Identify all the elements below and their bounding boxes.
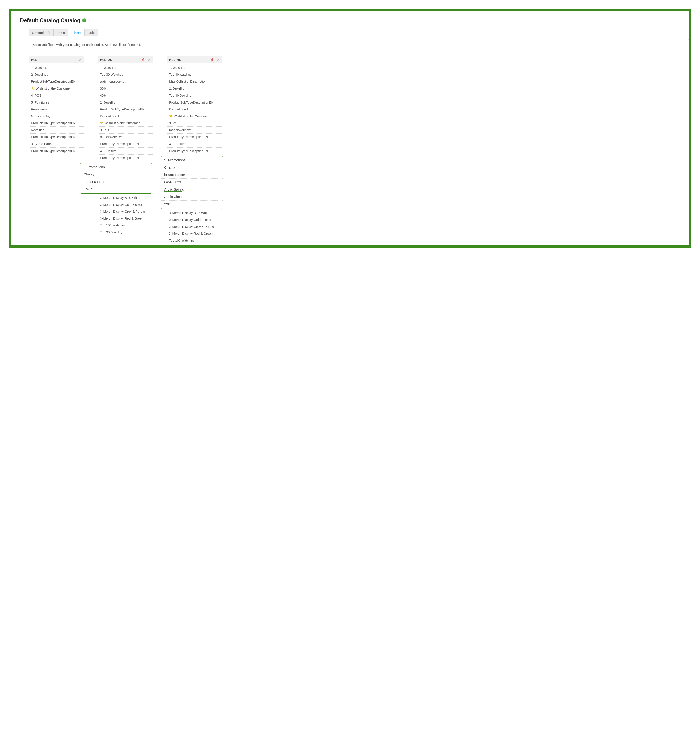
filter-row[interactable]: X-Merch Display Red & Green bbox=[98, 215, 153, 222]
trash-icon[interactable] bbox=[141, 58, 145, 62]
filter-row[interactable]: 2. Jewellry bbox=[98, 99, 153, 106]
filter-row[interactable]: Top 30 Jewellry bbox=[167, 92, 222, 99]
filter-row-label: watch category uk bbox=[100, 79, 126, 84]
filter-row[interactable]: Wishlist of the Customer bbox=[167, 113, 222, 120]
panel-body: X-Merch Display Blue WhiteX-Merch Displa… bbox=[167, 208, 222, 245]
filter-row[interactable]: 40% bbox=[98, 92, 153, 99]
filter-row[interactable]: ProductTypeDescriptionEN bbox=[167, 134, 222, 141]
filter-row[interactable]: 1. Watches bbox=[98, 65, 153, 71]
pencil-icon[interactable] bbox=[78, 58, 82, 62]
star-icon bbox=[100, 121, 103, 125]
filter-row-label: ProductSubTypeDescriptionEN bbox=[31, 121, 75, 125]
filter-row[interactable]: modeloverview bbox=[167, 127, 222, 134]
tab-items[interactable]: Items bbox=[53, 29, 68, 36]
filter-row[interactable]: Arctic Sailing bbox=[161, 186, 222, 193]
filter-row[interactable]: X-Merch Display Grey & Purple bbox=[167, 223, 222, 230]
filter-row[interactable]: ProductSubTypeDescriptionEN bbox=[98, 106, 153, 113]
filter-row[interactable]: ProductSubTypeDescriptionEN bbox=[29, 134, 84, 141]
filter-row[interactable]: watch category uk bbox=[98, 78, 153, 85]
filter-row[interactable]: 1. Watches bbox=[29, 65, 84, 71]
filter-panel: Rep-NL1. WatchesTop 30 watchesMainCollec… bbox=[167, 56, 222, 156]
filter-row-label: 3. POS bbox=[169, 121, 179, 125]
filter-row[interactable]: X-Merch Display Grey & Purple bbox=[98, 208, 153, 215]
filter-row[interactable]: Wishlist of the Customer bbox=[98, 120, 153, 127]
filter-row[interactable]: Wishlist of the Customer bbox=[29, 85, 84, 92]
filter-row[interactable]: X-Merch Display Blue White bbox=[167, 210, 222, 216]
filter-row[interactable]: ProductSubTypeDescriptionEN bbox=[29, 78, 84, 85]
highlighted-filter-group: 5. PromotionsCharitybreast cancerGWP 202… bbox=[161, 156, 223, 209]
filter-row[interactable]: Top 100 Watches bbox=[167, 237, 222, 244]
filter-column: Rep-NL1. WatchesTop 30 watchesMainCollec… bbox=[167, 56, 223, 245]
filter-row[interactable]: Charity bbox=[81, 171, 152, 178]
filter-row[interactable]: 2. Jewellry bbox=[167, 85, 222, 92]
tab-bottom-border bbox=[20, 36, 689, 36]
filter-row-label: Mother´s Day bbox=[31, 114, 50, 118]
filter-row[interactable]: breast cancer bbox=[81, 178, 152, 185]
filter-row-label: ProductTypeDescriptionEN bbox=[169, 135, 208, 139]
filter-row[interactable]: X-Merch Display Gold Bicolor bbox=[98, 201, 153, 208]
filter-row[interactable]: Charity bbox=[161, 164, 222, 171]
page-title: Default Catalog Catalog i bbox=[20, 18, 689, 23]
filter-row[interactable]: ProductSubTypeDescriptionEN bbox=[29, 148, 84, 154]
filter-row[interactable]: Discontinued bbox=[167, 106, 222, 113]
tab-general-info[interactable]: General Info bbox=[28, 29, 54, 36]
filter-row[interactable]: 3. Spare Parts bbox=[29, 141, 84, 147]
filter-row[interactable]: 4. Furniture bbox=[167, 141, 222, 147]
tab-role[interactable]: Role bbox=[84, 29, 98, 36]
filter-row[interactable]: 3. POS bbox=[167, 120, 222, 127]
filter-row[interactable]: 5. Promotions bbox=[81, 163, 152, 171]
filter-row-label: Top 30 Watches bbox=[100, 73, 123, 76]
filter-row-label: X-Merch Display Red & Green bbox=[169, 232, 213, 236]
filter-row-label: 4. POS bbox=[31, 94, 41, 98]
filter-row-label: X-Merch Display Grey & Purple bbox=[169, 224, 214, 229]
pencil-icon[interactable] bbox=[216, 58, 220, 62]
filter-row[interactable]: Top 30 Watches bbox=[98, 71, 153, 78]
filter-row[interactable]: Discontinued bbox=[98, 113, 153, 120]
filter-row-label: Top 30 Jewellry bbox=[169, 94, 191, 98]
filter-row[interactable]: GWP 2023 bbox=[161, 179, 222, 186]
filter-row[interactable]: 99€ bbox=[161, 201, 222, 208]
filter-row[interactable]: 4. Furniture bbox=[98, 148, 153, 154]
filter-row[interactable]: 3. POS bbox=[98, 127, 153, 134]
filter-row[interactable]: ProductTypeDescriptionEN bbox=[167, 148, 222, 154]
filter-row-label: 2. Jewellry bbox=[100, 100, 115, 104]
filter-row-label: 2. Jewelries bbox=[31, 73, 48, 76]
filter-row[interactable]: X-Merch Display Blue White bbox=[98, 194, 153, 201]
filter-row[interactable]: ProductSubTypeDescriptionEN bbox=[167, 99, 222, 106]
filter-row[interactable]: Top 30 watches bbox=[167, 71, 222, 78]
filter-row[interactable]: 30% bbox=[98, 85, 153, 92]
panel-title: Rep-NL bbox=[169, 58, 181, 62]
filter-row-label: modeloverview bbox=[169, 128, 191, 132]
filter-row[interactable]: Arctic Circle bbox=[161, 193, 222, 201]
filter-row[interactable]: ProductTypeDescriptionEN bbox=[98, 154, 153, 161]
pencil-icon[interactable] bbox=[147, 58, 151, 62]
filter-row[interactable]: MainCollectionDescription bbox=[167, 78, 222, 85]
filter-row[interactable]: GWP bbox=[81, 185, 152, 192]
filter-row[interactable]: 2. Jewelries bbox=[29, 71, 84, 78]
filter-row-label: Promotions bbox=[31, 107, 47, 111]
filter-row[interactable]: Top 30 Jewellry bbox=[98, 229, 153, 236]
filter-row[interactable]: Promotions bbox=[29, 106, 84, 113]
filter-columns: Rep1. Watches2. JewelriesProductSubTypeD… bbox=[20, 56, 689, 245]
filter-row-label: Top 100 Watches bbox=[100, 223, 125, 227]
filter-row[interactable]: ProductTypeDescriptionEN bbox=[98, 141, 153, 147]
filter-row[interactable]: 1. Watches bbox=[167, 65, 222, 71]
filter-row[interactable]: breast cancer bbox=[161, 171, 222, 179]
filter-row[interactable]: 5. Furnitures bbox=[29, 99, 84, 106]
filter-row[interactable]: X-Merch Display Red & Green bbox=[167, 230, 222, 237]
filter-row[interactable]: 4. POS bbox=[29, 92, 84, 99]
filter-row-label: Arctic Circle bbox=[164, 195, 183, 199]
trash-icon[interactable] bbox=[210, 58, 214, 62]
info-icon[interactable]: i bbox=[82, 19, 86, 22]
filter-row[interactable]: Novelties bbox=[29, 127, 84, 134]
filter-row-label: X-Merch Display Blue White bbox=[100, 196, 140, 200]
filter-row[interactable]: 5. Promotions bbox=[161, 157, 222, 164]
filter-row-label: Top 100 Watches bbox=[169, 238, 194, 242]
filter-row[interactable]: Top 100 Watches bbox=[98, 222, 153, 229]
filter-row[interactable]: modeloverview bbox=[98, 134, 153, 141]
filter-row-label: 4. Furniture bbox=[100, 149, 116, 153]
filter-row[interactable]: X-Merch Display Gold Bicolor bbox=[167, 216, 222, 223]
tab-filters[interactable]: Filters bbox=[68, 29, 85, 36]
filter-row[interactable]: Mother´s Day bbox=[29, 113, 84, 120]
filter-row[interactable]: ProductSubTypeDescriptionEN bbox=[29, 120, 84, 127]
